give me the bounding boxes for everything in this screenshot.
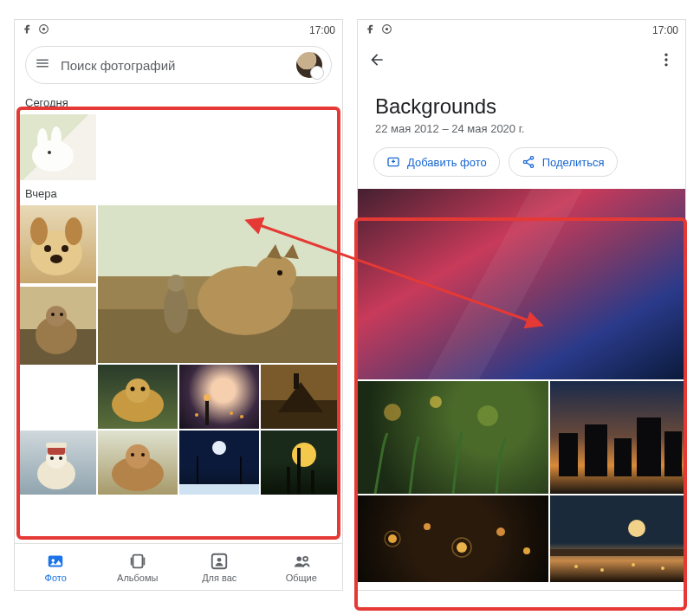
svg-rect-33 [294, 373, 299, 389]
svg-point-63 [664, 54, 667, 56]
svg-point-89 [574, 565, 578, 568]
svg-point-87 [628, 520, 645, 537]
svg-point-21 [46, 306, 67, 327]
svg-point-91 [632, 563, 635, 566]
svg-point-71 [384, 404, 401, 421]
section-label-today: Сегодня [15, 89, 342, 114]
svg-point-64 [664, 58, 667, 61]
section-label-yesterday: Вчера [15, 180, 342, 205]
photo-thumb[interactable] [358, 381, 548, 494]
svg-point-38 [50, 456, 54, 460]
photo-thumb[interactable] [16, 287, 96, 365]
svg-point-32 [240, 415, 243, 418]
tab-label: Фото [45, 573, 67, 583]
tab-label: Общие [286, 573, 317, 583]
svg-rect-47 [179, 484, 259, 495]
svg-point-10 [62, 245, 68, 252]
photo-thumb[interactable] [358, 189, 685, 379]
facebook-icon [22, 23, 33, 37]
tab-shared[interactable]: Общие [261, 544, 343, 590]
tab-label: Альбомы [117, 573, 158, 583]
svg-point-82 [424, 523, 431, 530]
svg-point-60 [303, 556, 308, 560]
album-grid[interactable] [358, 189, 685, 582]
svg-point-90 [600, 568, 604, 572]
svg-point-41 [126, 444, 150, 469]
chrome-icon [38, 23, 49, 37]
tab-albums[interactable]: Альбомы [97, 544, 179, 590]
add-photo-button[interactable]: Добавить фото [373, 147, 500, 177]
svg-rect-50 [287, 467, 290, 495]
svg-rect-75 [559, 433, 578, 476]
svg-point-30 [195, 413, 198, 417]
svg-point-48 [292, 443, 316, 467]
svg-point-27 [141, 387, 146, 392]
album-date-range: 22 мая 2012 – 24 мая 2020 г. [358, 122, 685, 147]
svg-point-73 [477, 405, 498, 426]
svg-point-92 [661, 566, 664, 570]
svg-point-22 [51, 313, 55, 316]
svg-rect-54 [133, 554, 142, 567]
svg-marker-16 [284, 244, 299, 259]
svg-rect-88 [550, 549, 685, 556]
svg-point-83 [457, 542, 467, 553]
photo-thumb[interactable] [16, 114, 96, 180]
share-label: Поделиться [542, 156, 605, 169]
svg-point-19 [167, 275, 185, 292]
phone-screen-album: 17:00 Backgrounds 22 мая 2012 – 24 мая 2… [357, 19, 686, 591]
photo-thumb[interactable] [550, 381, 685, 494]
photo-thumb[interactable] [98, 365, 178, 429]
photo-thumb[interactable] [98, 430, 178, 495]
svg-rect-77 [614, 438, 632, 476]
photo-thumb[interactable] [261, 365, 340, 429]
album-topbar [358, 41, 685, 82]
search-bar[interactable]: Поиск фотографий [25, 46, 332, 84]
svg-rect-56 [143, 557, 145, 565]
svg-rect-76 [585, 424, 607, 476]
tab-photos[interactable]: Фото [15, 544, 97, 590]
svg-point-58 [217, 557, 222, 561]
svg-rect-79 [664, 431, 682, 476]
status-bar: 17:00 [358, 20, 685, 41]
share-button[interactable]: Поделиться [509, 147, 618, 177]
search-placeholder: Поиск фотографий [61, 58, 286, 73]
svg-point-25 [126, 379, 150, 403]
back-icon[interactable] [368, 51, 386, 72]
photo-thumb[interactable] [179, 365, 259, 429]
photo-thumb[interactable] [358, 495, 548, 582]
photos-scroll[interactable]: Сегодня Вчера [15, 89, 342, 560]
svg-marker-15 [267, 244, 282, 259]
chrome-icon [381, 23, 392, 37]
photo-thumb[interactable] [261, 430, 340, 495]
svg-rect-78 [637, 418, 661, 476]
svg-point-53 [52, 559, 55, 562]
tab-for-you[interactable]: Для вас [178, 544, 261, 590]
svg-point-85 [496, 528, 505, 536]
photo-thumb[interactable] [98, 205, 340, 363]
clock-text: 17:00 [652, 24, 678, 36]
svg-point-17 [277, 270, 282, 275]
svg-point-62 [386, 28, 388, 30]
avatar[interactable] [296, 52, 322, 78]
menu-icon[interactable] [35, 55, 50, 74]
svg-point-3 [37, 128, 48, 152]
photo-thumb[interactable] [16, 430, 96, 495]
photo-thumb[interactable] [16, 205, 96, 283]
more-icon[interactable] [658, 51, 675, 72]
photo-thumb[interactable] [550, 495, 685, 582]
svg-point-1 [42, 28, 45, 30]
svg-point-65 [664, 63, 667, 66]
add-photo-icon [386, 155, 400, 169]
svg-point-4 [51, 126, 62, 151]
svg-point-31 [230, 411, 233, 415]
svg-point-46 [212, 441, 226, 455]
svg-rect-49 [297, 448, 301, 495]
share-icon [522, 155, 535, 169]
album-actions: Добавить фото Поделиться [358, 147, 685, 189]
photo-thumb[interactable] [179, 430, 259, 495]
svg-rect-51 [311, 470, 314, 495]
svg-point-43 [141, 453, 145, 456]
svg-rect-55 [131, 557, 133, 565]
svg-point-14 [255, 256, 296, 294]
album-title: Backgrounds [358, 82, 685, 122]
